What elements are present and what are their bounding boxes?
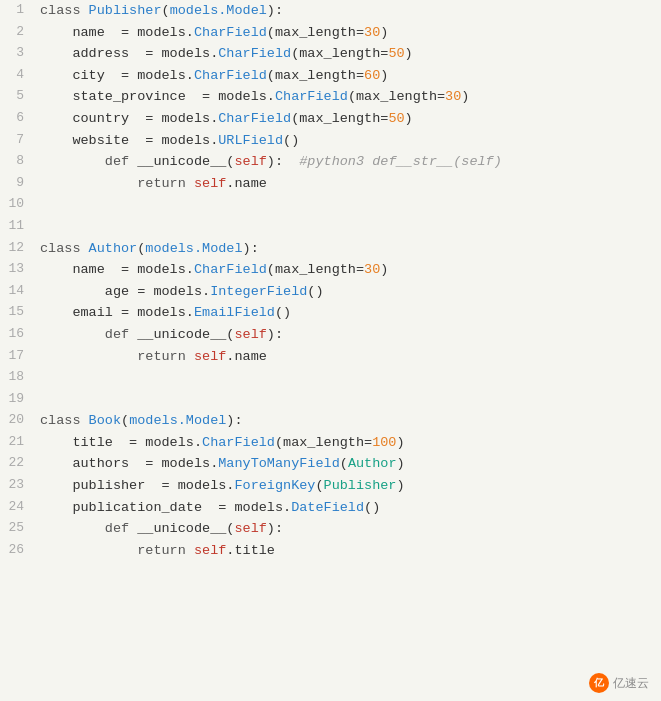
code-token: return — [40, 176, 194, 191]
line-number: 6 — [0, 108, 36, 130]
line-number: 18 — [0, 367, 36, 389]
code-token: self — [234, 154, 266, 169]
line-content: return self.name — [36, 346, 661, 368]
line-number: 3 — [0, 43, 36, 65]
code-token: DateField — [291, 500, 364, 515]
code-token: Publisher — [324, 478, 397, 493]
code-token: (max_length= — [348, 89, 445, 104]
code-token: (max_length= — [291, 46, 388, 61]
code-token: ( — [340, 456, 348, 471]
table-row: 2 name = models.CharField(max_length=30) — [0, 22, 661, 44]
table-row: 23 publisher = models.ForeignKey(Publish… — [0, 475, 661, 497]
code-token: __unicode__ — [137, 327, 226, 342]
code-token: ForeignKey — [234, 478, 315, 493]
code-token: self — [234, 327, 266, 342]
code-token: URLField — [218, 133, 283, 148]
code-token: def — [40, 154, 137, 169]
line-number: 23 — [0, 475, 36, 497]
line-content: return self.name — [36, 173, 661, 195]
table-row: 8 def __unicode__(self): #python3 def__s… — [0, 151, 661, 173]
table-row: 26 return self.title — [0, 540, 661, 562]
code-token: 30 — [364, 262, 380, 277]
code-token: () — [275, 305, 291, 320]
code-token: ): — [267, 154, 299, 169]
code-token: models.Model — [145, 241, 242, 256]
watermark: 亿 亿速云 — [589, 673, 649, 693]
line-number: 14 — [0, 281, 36, 303]
table-row: 14 age = models.IntegerField() — [0, 281, 661, 303]
line-number: 5 — [0, 86, 36, 108]
code-token: 30 — [364, 25, 380, 40]
line-content: publication_date = models.DateField() — [36, 497, 661, 519]
code-token: authors = models. — [40, 456, 218, 471]
code-token: ( — [121, 413, 129, 428]
line-content: age = models.IntegerField() — [36, 281, 661, 303]
code-token: publication_date = models. — [40, 500, 291, 515]
watermark-text: 亿速云 — [613, 675, 649, 692]
code-token: IntegerField — [210, 284, 307, 299]
code-token: ) — [380, 262, 388, 277]
table-row: 21 title = models.CharField(max_length=1… — [0, 432, 661, 454]
table-row: 22 authors = models.ManyToManyField(Auth… — [0, 453, 661, 475]
table-row: 18 — [0, 367, 661, 389]
table-row: 7 website = models.URLField() — [0, 130, 661, 152]
code-token: 30 — [445, 89, 461, 104]
line-content: address = models.CharField(max_length=50… — [36, 43, 661, 65]
code-token: Author — [89, 241, 138, 256]
code-token: city = models. — [40, 68, 194, 83]
code-token: ) — [405, 46, 413, 61]
line-number: 10 — [0, 194, 36, 216]
code-token: name — [234, 349, 266, 364]
code-token: title — [234, 543, 275, 558]
table-row: 24 publication_date = models.DateField() — [0, 497, 661, 519]
line-number: 25 — [0, 518, 36, 540]
code-token: self — [194, 543, 226, 558]
code-token: ( — [315, 478, 323, 493]
code-token: models.Model — [170, 3, 267, 18]
code-token: (max_length= — [267, 68, 364, 83]
code-token: class — [40, 241, 89, 256]
line-number: 19 — [0, 389, 36, 411]
code-token: class — [40, 413, 89, 428]
table-row: 20class Book(models.Model): — [0, 410, 661, 432]
code-token: ) — [396, 456, 404, 471]
line-number: 8 — [0, 151, 36, 173]
code-token: Book — [89, 413, 121, 428]
code-token: (max_length= — [275, 435, 372, 450]
code-token: ) — [396, 435, 404, 450]
code-token: state_province = models. — [40, 89, 275, 104]
table-row: 13 name = models.CharField(max_length=30… — [0, 259, 661, 281]
code-token: publisher = models. — [40, 478, 234, 493]
code-editor: 1class Publisher(models.Model):2 name = … — [0, 0, 661, 701]
line-number: 22 — [0, 453, 36, 475]
code-token: self — [234, 521, 266, 536]
code-token: def — [40, 327, 137, 342]
table-row: 10 — [0, 194, 661, 216]
line-content: def __unicode__(self): — [36, 324, 661, 346]
code-token: country = models. — [40, 111, 218, 126]
line-content: city = models.CharField(max_length=60) — [36, 65, 661, 87]
table-row: 17 return self.name — [0, 346, 661, 368]
code-token: ): — [226, 413, 242, 428]
code-table: 1class Publisher(models.Model):2 name = … — [0, 0, 661, 561]
line-content: title = models.CharField(max_length=100) — [36, 432, 661, 454]
code-token: name = models. — [40, 25, 194, 40]
code-token: 50 — [388, 46, 404, 61]
line-content: publisher = models.ForeignKey(Publisher) — [36, 475, 661, 497]
line-number: 24 — [0, 497, 36, 519]
table-row: 12class Author(models.Model): — [0, 238, 661, 260]
watermark-logo: 亿 — [589, 673, 609, 693]
code-token: name = models. — [40, 262, 194, 277]
code-token: CharField — [194, 25, 267, 40]
line-number: 15 — [0, 302, 36, 324]
line-number: 2 — [0, 22, 36, 44]
line-content: name = models.CharField(max_length=30) — [36, 22, 661, 44]
code-token: website = models. — [40, 133, 218, 148]
line-content — [36, 367, 661, 389]
code-token: age = models. — [40, 284, 210, 299]
code-token: () — [283, 133, 299, 148]
code-token: self — [194, 176, 226, 191]
code-token: CharField — [194, 68, 267, 83]
table-row: 3 address = models.CharField(max_length=… — [0, 43, 661, 65]
code-token: address = models. — [40, 46, 218, 61]
